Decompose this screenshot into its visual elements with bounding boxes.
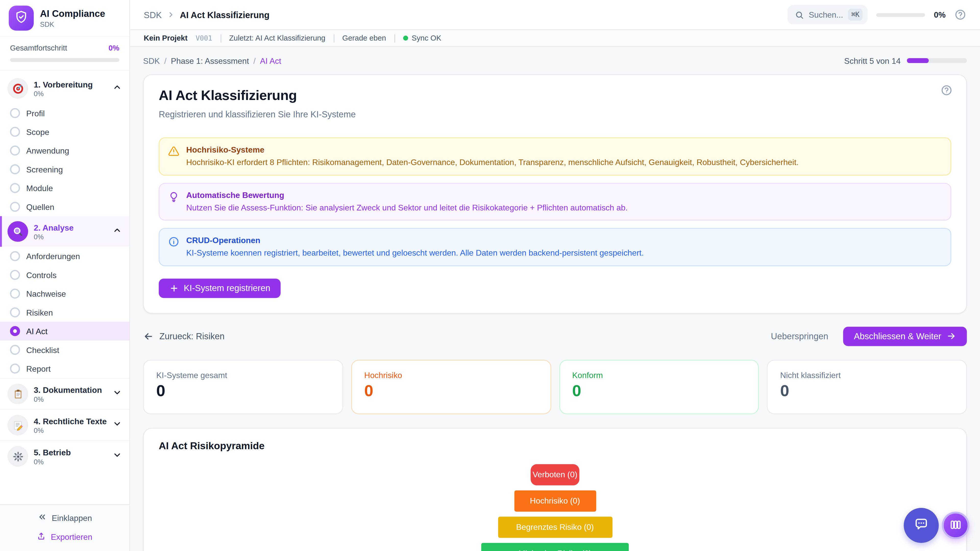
sidebar-item-label: Screening bbox=[26, 165, 63, 174]
arrow-left-icon bbox=[143, 331, 154, 341]
sidebar-item-label: Scope bbox=[26, 127, 49, 137]
alert-body: Nutzen Sie die Assess-Funktion: Sie anal… bbox=[186, 202, 628, 213]
sidebar-item-quellen[interactable]: Quellen bbox=[0, 197, 129, 216]
radio-icon bbox=[10, 270, 20, 280]
section-label: 5. Betrieb bbox=[34, 448, 107, 457]
sidebar-item-profil[interactable]: Profil bbox=[0, 104, 129, 122]
radio-icon bbox=[10, 307, 20, 318]
sync-ok-dot-icon bbox=[403, 36, 408, 41]
chat-fab-button[interactable] bbox=[904, 508, 939, 543]
magnifier-icon bbox=[7, 221, 28, 242]
radio-icon bbox=[10, 202, 20, 212]
stat-value: 0 bbox=[156, 382, 330, 399]
radio-icon bbox=[10, 364, 20, 373]
sidebar-item-anforderungen[interactable]: Anforderungen bbox=[0, 247, 129, 265]
breadcrumb-root[interactable]: SDK bbox=[144, 10, 162, 20]
collapse-sidebar-button[interactable]: Einklappen bbox=[38, 512, 92, 524]
back-label: Zurueck: Risiken bbox=[159, 331, 224, 341]
breadcrumb-separator: / bbox=[253, 56, 256, 65]
stat-value: 0 bbox=[572, 382, 746, 399]
search-input[interactable]: Suchen... ⌘K bbox=[788, 5, 868, 24]
sidebar-item-label: Anforderungen bbox=[26, 251, 80, 261]
sidebar-section-analyse[interactable]: 2. Analyse 0% bbox=[0, 216, 129, 247]
alert-body: Hochrisiko-KI erfordert 8 Pflichten: Ris… bbox=[186, 157, 799, 168]
sidebar-section-rechtliche-texte[interactable]: 4. Rechtliche Texte 0% bbox=[0, 409, 129, 440]
help-icon[interactable] bbox=[955, 9, 966, 21]
sidebar-footer: Einklappen Exportieren bbox=[0, 504, 129, 551]
radio-icon bbox=[10, 289, 20, 299]
radio-icon bbox=[10, 146, 20, 156]
divider bbox=[334, 34, 334, 42]
radio-icon bbox=[10, 108, 20, 118]
app-logo bbox=[9, 6, 34, 30]
alert-title: Hochrisiko-Systeme bbox=[186, 145, 799, 154]
section-label: 3. Dokumentation bbox=[34, 385, 107, 395]
sidebar-item-nachweise[interactable]: Nachweise bbox=[0, 284, 129, 303]
section-label: 2. Analyse bbox=[34, 223, 107, 232]
stats-row: KI-Systeme gesamt 0 Hochrisiko 0 Konform… bbox=[143, 360, 967, 414]
sidebar-section-betrieb[interactable]: 5. Betrieb 0% bbox=[0, 441, 129, 472]
stat-label: Konform bbox=[572, 370, 746, 380]
breadcrumb-phase[interactable]: Phase 1: Assessment bbox=[171, 56, 249, 65]
chevron-down-icon bbox=[113, 388, 122, 400]
register-ki-system-button[interactable]: KI-System registrieren bbox=[159, 278, 281, 298]
keyboard-shortcut-badge: ⌘K bbox=[848, 9, 862, 21]
overall-progress: Gesamtfortschritt 0% bbox=[0, 37, 129, 70]
export-button[interactable]: Exportieren bbox=[37, 532, 92, 542]
auto-assessment-alert: Automatische Bewertung Nutzen Sie die As… bbox=[159, 183, 951, 221]
sidebar-item-controls[interactable]: Controls bbox=[0, 265, 129, 284]
finish-next-button[interactable]: Abschliessen & Weiter bbox=[843, 327, 967, 346]
pyramid-title: AI Act Risikopyramide bbox=[159, 440, 951, 451]
sidebar-section-vorbereitung[interactable]: 1. Vorbereitung 0% bbox=[0, 73, 129, 104]
sidebar-item-risiken[interactable]: Risiken bbox=[0, 303, 129, 322]
stat-card-unclassified: Nicht klassifiziert 0 bbox=[767, 360, 967, 414]
breadcrumb: SDK / Phase 1: Assessment / AI Act bbox=[143, 56, 281, 65]
sync-label: Sync OK bbox=[412, 34, 441, 42]
card-help-icon[interactable] bbox=[941, 84, 953, 99]
app-window: AI Compliance SDK Gesamtfortschritt 0% 1… bbox=[0, 0, 980, 551]
plus-icon bbox=[169, 283, 179, 293]
sidebar-item-report[interactable]: Report bbox=[0, 359, 129, 378]
sidebar-item-label: Anwendung bbox=[26, 146, 69, 156]
sync-status: Sync OK bbox=[403, 34, 441, 42]
sidebar-item-checklist[interactable]: Checklist bbox=[0, 341, 129, 359]
sidebar-item-screening[interactable]: Screening bbox=[0, 160, 129, 179]
breadcrumb-sdk[interactable]: SDK bbox=[143, 56, 160, 65]
radio-icon bbox=[10, 345, 20, 355]
stat-value: 0 bbox=[364, 382, 538, 399]
sidebar-item-scope[interactable]: Scope bbox=[0, 122, 129, 141]
warning-triangle-icon bbox=[168, 146, 180, 168]
skip-button[interactable]: Ueberspringen bbox=[771, 331, 828, 341]
last-saved-text: Zuletzt: AI Act Klassifizierung bbox=[229, 34, 325, 42]
alert-body: KI-Systeme koennen registriert, bearbeit… bbox=[186, 248, 644, 259]
pyramid-level-verboten: Verboten (0) bbox=[531, 464, 579, 485]
back-button[interactable]: Zurueck: Risiken bbox=[143, 331, 224, 341]
radio-icon bbox=[10, 164, 20, 174]
sidebar-item-anwendung[interactable]: Anwendung bbox=[0, 141, 129, 160]
radio-icon bbox=[10, 183, 20, 193]
sidebar-item-label: Report bbox=[26, 364, 51, 373]
section-percent: 0% bbox=[34, 395, 107, 403]
overall-progress-value: 0% bbox=[108, 44, 119, 52]
project-name: Kein Projekt bbox=[144, 34, 188, 42]
sidebar-item-label: Controls bbox=[26, 270, 57, 279]
classification-card: AI Act Klassifizierung Registrieren und … bbox=[143, 74, 967, 313]
sidebar-nav: 1. Vorbereitung 0% Profil Scope Anwendun… bbox=[0, 71, 129, 504]
section-percent: 0% bbox=[34, 426, 107, 433]
stat-value: 0 bbox=[780, 382, 954, 399]
sidebar-item-ai-act[interactable]: AI Act bbox=[0, 322, 129, 340]
sidebar-section-dokumentation[interactable]: 3. Dokumentation 0% bbox=[0, 378, 129, 409]
crud-info-alert: CRUD-Operationen KI-Systeme koennen regi… bbox=[159, 228, 951, 266]
arrow-right-icon bbox=[946, 331, 956, 341]
breadcrumb-current-step: AI Act bbox=[260, 56, 281, 65]
stat-label: Hochrisiko bbox=[364, 370, 538, 380]
columns-fab-button[interactable] bbox=[942, 512, 969, 539]
sidebar-item-module[interactable]: Module bbox=[0, 179, 129, 197]
finish-next-label: Abschliessen & Weiter bbox=[854, 331, 941, 341]
stat-label: Nicht klassifiziert bbox=[780, 370, 954, 380]
top-header: SDK AI Act Klassifizierung Suchen... ⌘K … bbox=[130, 0, 980, 30]
app-title: AI Compliance bbox=[40, 8, 105, 19]
header-progress-track bbox=[877, 13, 925, 17]
section-percent: 0% bbox=[34, 89, 107, 97]
radio-icon bbox=[10, 127, 20, 137]
